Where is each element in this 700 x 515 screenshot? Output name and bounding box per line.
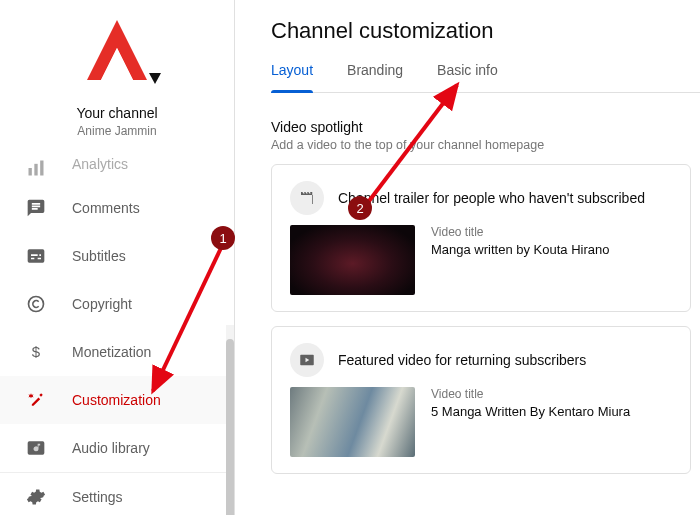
sidebar-item-label: Copyright [72,296,132,312]
sidebar-item-settings[interactable]: Settings [0,472,234,515]
sidebar-item-customization[interactable]: Customization [0,376,234,424]
scrollbar-thumb[interactable] [226,339,234,515]
sidebar-item-label: Monetization [72,344,151,360]
sidebar-item-audio-library[interactable]: Audio library [0,424,234,472]
sidebar-item-copyright[interactable]: Copyright [0,280,234,328]
sidebar-item-label: Subtitles [72,248,126,264]
tab-label: Basic info [437,62,498,78]
customization-icon [24,388,48,412]
card-channel-trailer[interactable]: Channel trailer for people who haven't s… [271,164,691,312]
sidebar-item-label: Customization [72,392,161,408]
tab-label: Branding [347,62,403,78]
monetization-icon: $ [24,340,48,364]
sidebar-item-label: Comments [72,200,140,216]
sidebar-scrollbar[interactable] [226,325,234,515]
your-channel-label: Your channel [76,105,157,121]
sidebar-item-analytics[interactable]: Analytics [0,156,234,184]
card-featured-video[interactable]: Featured video for returning subscribers… [271,326,691,474]
sidebar-item-label: Settings [72,489,123,505]
analytics-icon [24,156,48,180]
subtitles-icon [24,244,48,268]
card-title: Featured video for returning subscribers [338,352,586,368]
comments-icon [24,196,48,220]
channel-avatar[interactable] [67,18,167,93]
tab-branding[interactable]: Branding [347,62,403,92]
tabs: Layout Branding Basic info [271,62,700,93]
video-meta-label: Video title [431,387,630,401]
copyright-icon [24,292,48,316]
svg-point-6 [29,297,44,312]
tab-layout[interactable]: Layout [271,62,313,92]
channel-block: Your channel Anime Jammin [0,0,234,156]
settings-icon [24,485,48,509]
channel-name: Anime Jammin [77,124,156,138]
card-title: Channel trailer for people who haven't s… [338,190,645,206]
svg-marker-2 [149,73,161,84]
page-title: Channel customization [271,18,700,44]
tab-label: Layout [271,62,313,78]
video-meta-label: Video title [431,225,609,239]
sidebar: Your channel Anime Jammin Analytics Comm… [0,0,235,515]
sidebar-item-monetization[interactable]: $ Monetization [0,328,234,376]
svg-rect-5 [40,161,43,176]
tab-basic-info[interactable]: Basic info [437,62,498,92]
section-title: Video spotlight [271,119,700,135]
svg-text:$: $ [32,343,41,360]
svg-rect-4 [34,164,37,176]
sidebar-item-label: Analytics [72,156,128,172]
video-thumbnail[interactable] [290,225,415,295]
video-meta-title: Manga written by Kouta Hirano [431,242,609,257]
video-thumbnail[interactable] [290,387,415,457]
sidebar-item-label: Audio library [72,440,150,456]
svg-rect-3 [29,168,32,176]
sidebar-item-subtitles[interactable]: Subtitles [0,232,234,280]
film-icon [290,181,324,215]
main-content: Channel customization Layout Branding Ba… [235,0,700,515]
video-meta-title: 5 Manga Written By Kentaro Miura [431,404,630,419]
video-icon [290,343,324,377]
section-subtitle: Add a video to the top of your channel h… [271,138,700,152]
sidebar-nav: Analytics Comments Subtitles [0,156,234,515]
audio-library-icon [24,436,48,460]
sidebar-item-comments[interactable]: Comments [0,184,234,232]
